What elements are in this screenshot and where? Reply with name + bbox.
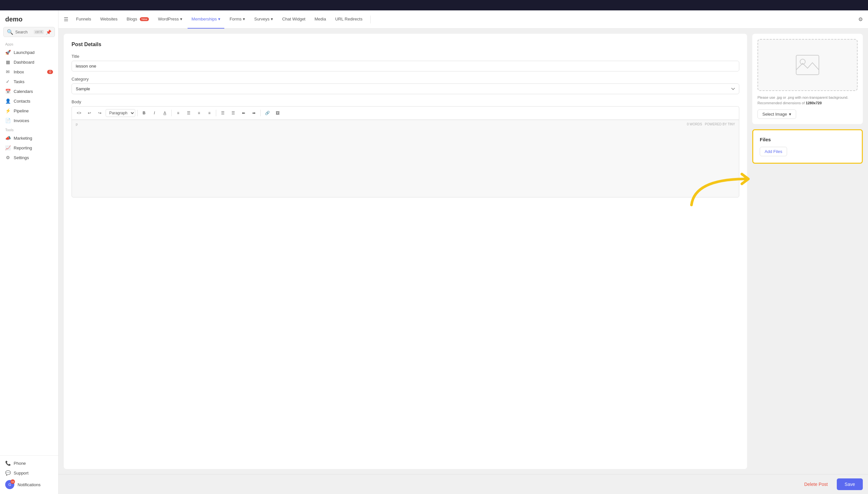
nav-blogs[interactable]: Blogs New xyxy=(123,11,153,28)
sidebar-item-calendars[interactable]: 📅 Calendars xyxy=(0,87,58,96)
sidebar: demo 🔍 Search ctrl K 📌 Apps 🚀 Launchpad … xyxy=(0,11,58,494)
title-group: Title xyxy=(72,54,739,72)
toolbar-bold-btn[interactable]: B xyxy=(140,109,148,118)
sidebar-item-notifications[interactable]: G 33 Notifications xyxy=(0,478,58,491)
save-button[interactable]: Save xyxy=(837,478,863,490)
toolbar-align-right-btn[interactable]: ≡ xyxy=(194,109,203,118)
avatar: G 33 xyxy=(5,480,14,489)
toolbar-outdent-btn[interactable]: ⬅ xyxy=(239,109,248,118)
sidebar-item-tasks[interactable]: ✓ Tasks xyxy=(0,77,58,87)
sidebar-item-inbox[interactable]: ✉ Inbox 0 xyxy=(0,67,58,77)
paragraph-select[interactable]: Paragraph xyxy=(106,109,135,117)
nav-wordpress[interactable]: WordPress ▾ xyxy=(154,11,186,28)
phone-icon: 📞 xyxy=(5,460,11,466)
tasks-icon: ✓ xyxy=(5,79,11,84)
nav-surveys[interactable]: Surveys ▾ xyxy=(250,11,277,28)
sidebar-item-label: Dashboard xyxy=(14,60,34,64)
svg-rect-0 xyxy=(796,55,819,75)
sidebar-item-dashboard[interactable]: ▦ Dashboard xyxy=(0,57,58,67)
image-hint: Please use .jpg or .png with non-transpa… xyxy=(758,95,857,106)
sidebar-item-label: Settings xyxy=(14,155,29,160)
sidebar-item-label: Phone xyxy=(14,461,26,466)
sidebar-item-label: Marketing xyxy=(14,136,32,140)
nav-label: Chat Widget xyxy=(282,17,306,21)
dashboard-icon: ▦ xyxy=(5,59,11,64)
image-placeholder-icon xyxy=(795,54,820,76)
nav-memberships[interactable]: Memberships ▾ xyxy=(187,11,224,28)
editor-p-tag: p xyxy=(76,122,78,126)
toolbar-separator-4 xyxy=(260,110,261,116)
add-files-button[interactable]: Add Files xyxy=(760,147,787,156)
toolbar-link-btn[interactable]: 🔗 xyxy=(263,109,272,118)
title-input[interactable] xyxy=(72,61,739,72)
search-shortcut: ctrl K xyxy=(34,30,44,34)
nav-chat-widget[interactable]: Chat Widget xyxy=(278,11,309,28)
settings-gear-icon[interactable]: ⚙ xyxy=(858,16,863,22)
notification-badge: 33 xyxy=(11,479,15,484)
delete-post-button[interactable]: Delete Post xyxy=(799,479,833,490)
search-icon: 🔍 xyxy=(7,29,13,35)
add-files-label: Add Files xyxy=(765,149,782,154)
sidebar-item-pipeline[interactable]: ⚡ Pipeline xyxy=(0,106,58,116)
sidebar-item-settings[interactable]: ⚙ Settings xyxy=(0,153,58,163)
sidebar-item-invoices[interactable]: 📄 Invoices xyxy=(0,116,58,126)
app-logo: demo xyxy=(0,13,58,27)
toolbar-color-btn[interactable]: A xyxy=(160,109,169,118)
editor-footer: p 0 WORDS POWERED BY TINY xyxy=(72,120,739,128)
toolbar-redo-btn[interactable]: ↪ xyxy=(95,109,104,118)
toolbar-justify-btn[interactable]: ≡ xyxy=(205,109,214,118)
toolbar-separator-3 xyxy=(216,110,216,116)
toolbar-bullet-list-btn[interactable]: ☰ xyxy=(218,109,227,118)
nav-websites[interactable]: Websites xyxy=(96,11,121,28)
nav-funnels[interactable]: Funnels xyxy=(72,11,95,28)
image-panel: Please use .jpg or .png with non-transpa… xyxy=(752,34,863,124)
inbox-icon: ✉ xyxy=(5,69,11,74)
sidebar-item-label: Tasks xyxy=(14,79,24,84)
inbox-badge: 0 xyxy=(47,70,53,74)
sidebar-item-launchpad[interactable]: 🚀 Launchpad xyxy=(0,48,58,57)
search-bar[interactable]: 🔍 Search ctrl K 📌 xyxy=(3,27,55,37)
nav-label: Blogs xyxy=(126,17,137,21)
sidebar-item-phone[interactable]: 📞 Phone xyxy=(0,458,58,468)
search-label: Search xyxy=(15,30,32,34)
editor-body[interactable]: p 0 WORDS POWERED BY TINY xyxy=(72,119,739,197)
launchpad-icon: 🚀 xyxy=(5,50,11,55)
select-image-button[interactable]: Select Image ▾ xyxy=(758,110,796,119)
sidebar-item-label: Contacts xyxy=(14,99,30,103)
toolbar-code-btn[interactable]: <> xyxy=(74,109,84,118)
title-label: Title xyxy=(72,54,739,59)
nav-label: Memberships xyxy=(192,17,217,21)
nav-url-redirects[interactable]: URL Redirects xyxy=(331,11,366,28)
bottom-bar: Delete Post Save xyxy=(58,474,868,494)
nav-forms[interactable]: Forms ▾ xyxy=(225,11,249,28)
navbar-divider xyxy=(370,16,370,23)
sidebar-item-support[interactable]: 💬 Support xyxy=(0,468,58,478)
category-select[interactable]: Sample xyxy=(72,83,739,94)
toolbar-indent-btn[interactable]: ➡ xyxy=(249,109,258,118)
main-content: Post Details Title Category Sample Body … xyxy=(58,28,868,474)
sidebar-item-contacts[interactable]: 👤 Contacts xyxy=(0,96,58,106)
toolbar-undo-btn[interactable]: ↩ xyxy=(85,109,94,118)
chevron-down-icon: ▾ xyxy=(180,17,182,21)
sidebar-item-label: Inbox xyxy=(14,70,24,74)
nav-label: Funnels xyxy=(76,17,91,21)
reporting-icon: 📈 xyxy=(5,145,11,150)
nav-media[interactable]: Media xyxy=(310,11,330,28)
toolbar-ordered-list-btn[interactable]: ☰ xyxy=(229,109,238,118)
toolbar-align-center-btn[interactable]: ☰ xyxy=(184,109,193,118)
toolbar-image-btn[interactable]: 🖼 xyxy=(273,109,282,118)
category-group: Category Sample xyxy=(72,77,739,94)
sidebar-item-marketing[interactable]: 📣 Marketing xyxy=(0,133,58,143)
sidebar-item-label: Support xyxy=(14,471,29,475)
sidebar-item-label: Pipeline xyxy=(14,109,29,113)
nav-label: Surveys xyxy=(254,17,270,21)
tools-section-label: Tools xyxy=(0,127,58,133)
nav-label: WordPress xyxy=(158,17,179,21)
toolbar-italic-btn[interactable]: I xyxy=(150,109,159,118)
chevron-down-icon: ▾ xyxy=(243,17,245,21)
nav-label: Media xyxy=(314,17,326,21)
sidebar-item-reporting[interactable]: 📈 Reporting xyxy=(0,143,58,153)
menu-icon[interactable]: ☰ xyxy=(64,16,68,22)
toolbar-align-left-btn[interactable]: ≡ xyxy=(174,109,183,118)
nav-label: Websites xyxy=(100,17,117,21)
